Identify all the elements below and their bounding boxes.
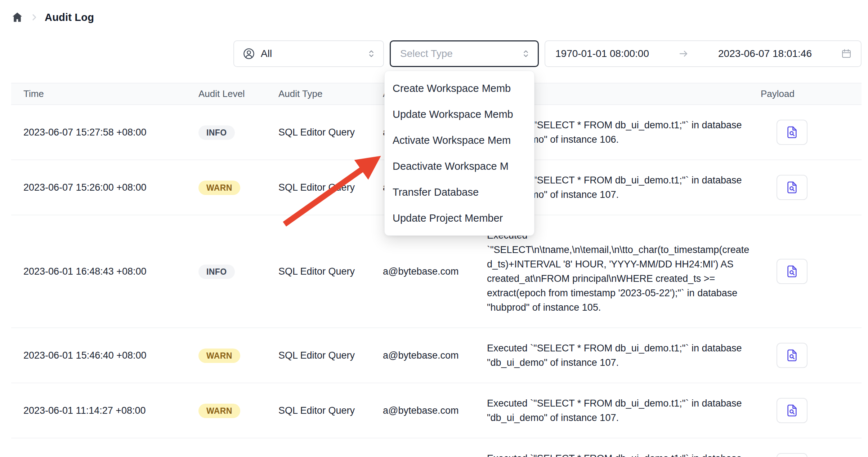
header-payload: Payload xyxy=(761,83,862,105)
view-payload-button[interactable] xyxy=(777,343,807,368)
audit-comment: Executed `"SELECT * FROM db_ui_demo.t1;"… xyxy=(487,438,761,457)
audit-actor: a@bytebase.com xyxy=(383,383,487,438)
header-audit-level: Audit Level xyxy=(198,83,278,105)
view-payload-button[interactable] xyxy=(777,259,807,284)
date-range-start[interactable]: 1970-01-01 08:00:00 xyxy=(555,48,649,59)
dropdown-option[interactable]: Deactivate Workspace M xyxy=(385,153,534,179)
file-search-icon xyxy=(785,264,799,279)
calendar-icon[interactable] xyxy=(841,48,852,59)
dropdown-option[interactable]: Create Workspace Memb xyxy=(385,75,534,101)
audit-level-badge: INFO xyxy=(198,265,235,279)
page-title: Audit Log xyxy=(45,12,94,23)
select-spinner-icon xyxy=(520,48,531,59)
dropdown-option[interactable]: Activate Workspace Mem xyxy=(385,127,534,153)
audit-type: SQL Editor Query xyxy=(278,383,383,438)
audit-comment: Executed `"SELECT * FROM db_ui_demo.t1;"… xyxy=(487,328,761,383)
audit-actor: a@bytebase.com xyxy=(383,328,487,383)
audit-payload-cell xyxy=(761,105,862,160)
audit-time: 2023-05-31 18:55:51 +08:00 xyxy=(11,438,198,457)
audit-type: SQL Editor Query xyxy=(278,105,383,160)
header-time: Time xyxy=(11,83,198,105)
home-icon[interactable] xyxy=(11,11,24,24)
audit-payload-cell xyxy=(761,438,862,457)
audit-level-badge: INFO xyxy=(198,125,235,140)
audit-payload-cell xyxy=(761,328,862,383)
view-payload-button[interactable] xyxy=(777,175,807,200)
audit-level-badge: WARN xyxy=(198,349,240,363)
audit-time: 2023-06-07 15:26:00 +08:00 xyxy=(11,160,198,215)
chevron-right-icon xyxy=(30,13,39,22)
file-search-icon xyxy=(785,180,799,195)
audit-level-badge: WARN xyxy=(198,181,240,195)
view-payload-button[interactable] xyxy=(777,453,807,457)
breadcrumb: Audit Log xyxy=(0,0,868,25)
type-dropdown-popup: Create Workspace MembUpdate Workspace Me… xyxy=(384,71,534,236)
file-search-icon xyxy=(785,348,799,363)
table-row: 2023-06-01 15:46:40 +08:00 WARN SQL Edit… xyxy=(11,328,862,383)
dropdown-option[interactable]: Update Project Member xyxy=(385,205,534,231)
audit-time: 2023-06-01 16:48:43 +08:00 xyxy=(11,215,198,328)
view-payload-button[interactable] xyxy=(777,120,807,145)
audit-type: SQL Editor Query xyxy=(278,160,383,215)
actor-filter-select[interactable]: All xyxy=(233,40,384,67)
actor-filter-value: All xyxy=(261,48,361,59)
audit-payload-cell xyxy=(761,215,862,328)
audit-payload-cell xyxy=(761,160,862,215)
filter-bar: All Select Type 1970-01-01 08:00:00 2023… xyxy=(0,40,862,67)
dropdown-option[interactable]: Update Workspace Memb xyxy=(385,101,534,127)
arrow-right-icon xyxy=(678,48,689,59)
audit-level-cell: INFO xyxy=(198,105,278,160)
file-search-icon xyxy=(785,403,799,418)
audit-level-cell: WARN xyxy=(198,160,278,215)
audit-actor: a@bytebase.com xyxy=(383,438,487,457)
audit-comment: Executed `"SELECT * FROM db_ui_demo.t1;"… xyxy=(487,383,761,438)
audit-type: SQL Editor Query xyxy=(278,328,383,383)
audit-payload-cell xyxy=(761,383,862,438)
table-row: 2023-06-01 11:14:27 +08:00 WARN SQL Edit… xyxy=(11,383,862,438)
audit-level-cell: WARN xyxy=(198,328,278,383)
file-search-icon xyxy=(785,125,799,139)
date-range-end[interactable]: 2023-06-07 18:01:46 xyxy=(718,48,812,59)
audit-time: 2023-06-01 11:14:27 +08:00 xyxy=(11,383,198,438)
date-range-picker[interactable]: 1970-01-01 08:00:00 2023-06-07 18:01:46 xyxy=(545,40,862,67)
table-row: 2023-05-31 18:55:51 +08:00 INFO SQL Edit… xyxy=(11,438,862,457)
header-audit-type: Audit Type xyxy=(278,83,383,105)
select-spinner-icon xyxy=(366,48,377,59)
audit-type: SQL Editor Query xyxy=(278,215,383,328)
type-filter-placeholder: Select Type xyxy=(400,48,520,59)
audit-level-badge: WARN xyxy=(198,404,240,418)
audit-type: SQL Editor Query xyxy=(278,438,383,457)
audit-level-cell: INFO xyxy=(198,438,278,457)
audit-level-cell: INFO xyxy=(198,215,278,328)
view-payload-button[interactable] xyxy=(777,398,807,423)
audit-level-cell: WARN xyxy=(198,383,278,438)
audit-time: 2023-06-07 15:27:58 +08:00 xyxy=(11,105,198,160)
type-filter-select[interactable]: Select Type xyxy=(390,40,539,67)
user-icon xyxy=(242,47,256,61)
audit-time: 2023-06-01 15:46:40 +08:00 xyxy=(11,328,198,383)
dropdown-option[interactable]: Transfer Database xyxy=(385,179,534,205)
